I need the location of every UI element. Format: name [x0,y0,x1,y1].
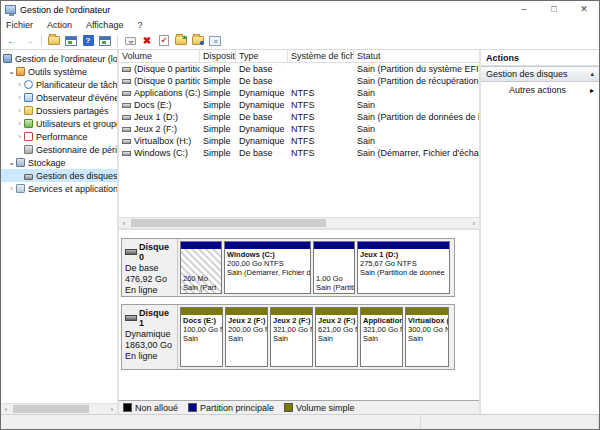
volume-applications-g[interactable]: Applications 321,00 Go N' Sain [360,307,403,367]
scroll-left-icon[interactable]: ‹ [1,406,11,413]
chevron-right-icon[interactable]: › [15,106,24,115]
legend-simple-volume: Volume simple [284,403,355,413]
tree-item-task-scheduler[interactable]: › Planificateur de tâches [1,78,117,91]
check-properties-icon[interactable]: ✔ [157,34,171,47]
scrollbar-thumb[interactable] [13,405,89,413]
partition-windows-c[interactable]: Windows (C:) 200,00 Go NTFS Sain (Démarr… [224,241,311,294]
chevron-down-icon[interactable]: ⌄ [7,158,16,167]
volume-icon [122,151,131,156]
menu-action[interactable]: Action [47,20,72,30]
tree-item-shared-folders[interactable]: › Dossiers partagés [1,104,117,117]
disk-management-icon [24,174,33,180]
tree-item-storage[interactable]: ⌄ Stockage [1,156,117,169]
actions-group-disk-management[interactable]: Gestion des disques ▴ [481,66,599,82]
tree-item-performance[interactable]: › Performance [1,130,117,143]
volume-icon [122,79,131,84]
volume-row[interactable]: Applications (G:) Simple Dynamique NTFS … [119,87,479,99]
help-icon[interactable]: ? [81,34,95,47]
disk-0-label[interactable]: Disque 0 De base 476,92 Go En ligne [122,239,178,296]
tree-item-device-manager[interactable]: Gestionnaire de périphériques [1,143,117,156]
volume-table-header: Volume Disposition Type Système de fichi… [119,50,479,63]
maximize-button[interactable]: □ [539,1,569,18]
partition-jeux1-d[interactable]: Jeux 1 (D:) 275,67 Go NTFS Sain (Partiti… [357,241,450,294]
tooltip-icon[interactable] [123,34,137,47]
scrollbar-track[interactable] [129,218,469,228]
show-window-icon[interactable] [98,34,112,47]
chevron-right-icon[interactable]: › [15,80,24,89]
device-manager-icon [24,145,33,154]
tree-item-disk-management[interactable]: Gestion des disques [1,169,117,182]
volume-row[interactable]: Virtualbox (H:) Simple Dynamique NTFS Sa… [119,135,479,147]
tree-item-event-viewer[interactable]: › Observateur d'événements [1,91,117,104]
scroll-right-icon[interactable]: › [107,406,117,413]
tree-item-local-users-groups[interactable]: › Utilisateurs et groupes locaux [1,117,117,130]
volume-jeux2-f-1[interactable]: Jeux 2 (F:) 200,00 Go N Sain [225,307,268,367]
disk-1-partitions: Docs (E:) 100,00 Go N Sain Jeux 2 (F:) 2… [178,305,454,369]
volume-row[interactable]: (Disque 0 partition 4) Simple De base Sa… [119,75,479,87]
volume-jeux2-f-3[interactable]: Jeux 2 (F:) 621,00 Go NT Sain [315,307,358,367]
volume-row[interactable]: Windows (C:) Simple De base NTFS Sain (D… [119,147,479,159]
title-bar: Gestion de l'ordinateur – □ ✕ [1,1,599,18]
console-tree-pane: Gestion de l'ordinateur (local) ⌄ Outils… [1,50,119,414]
console-window-icon[interactable] [64,34,78,47]
scroll-left-icon[interactable]: ‹ [119,220,129,227]
forward-icon[interactable]: → [22,34,36,47]
folder-search-icon[interactable] [191,34,205,47]
partition-color-bar [271,308,312,315]
disk-icon [125,249,137,255]
menu-help[interactable]: ? [137,20,142,30]
volume-row[interactable]: Jeux 2 (F:) Simple Dynamique NTFS Sain [119,123,479,135]
collapse-caret-icon[interactable]: ▴ [590,70,594,78]
volume-icon [122,115,131,120]
partition-color-bar [181,242,221,249]
column-header-volume[interactable]: Volume [119,50,200,62]
volume-row[interactable]: (Disque 0 partition 1) Simple De base Sa… [119,63,479,75]
menu-affichage[interactable]: Affichage [86,20,123,30]
status-bar [1,414,599,429]
scrollbar-thumb[interactable] [131,219,326,227]
scrollbar-track[interactable] [11,404,107,414]
column-header-filesystem[interactable]: Système de fichiers [288,50,354,62]
chevron-down-icon[interactable]: ⌄ [7,67,16,76]
partition-efi[interactable]: 260 Mo Sain (Part [180,241,222,294]
chevron-right-icon[interactable]: › [15,93,24,102]
column-header-type[interactable]: Type [236,50,288,62]
volume-row[interactable]: Jeux 1 (D:) Simple De base NTFS Sain (Pa… [119,111,479,123]
column-header-status[interactable]: Statut [354,50,479,62]
volume-virtualbox-h[interactable]: Virtualbox ( 300,00 Go NT Sain [405,307,449,367]
column-header-disposition[interactable]: Disposition [200,50,236,62]
back-icon[interactable]: ← [5,34,19,47]
toolbar: ← → ? ✖ ✔ ▲ ≡ [1,32,599,50]
folder-up-icon[interactable]: ▲ [174,34,188,47]
tree-item-computer-management[interactable]: Gestion de l'ordinateur (local) [1,52,117,65]
export-list-icon[interactable] [47,34,61,47]
menu-fichier[interactable]: Fichier [6,20,33,30]
partition-recovery[interactable]: 1,00 Go Sain (Partitio [313,241,355,294]
partition-legend: Non alloué Partition principale Volume s… [119,400,479,414]
minimize-button[interactable]: – [509,1,539,18]
shared-folders-icon [24,106,33,115]
actions-item-autres-actions[interactable]: Autres actions ▸ [481,82,599,98]
actions-pane: Actions Gestion des disques ▴ Autres act… [479,50,599,414]
menu-bar: Fichier Action Affichage ? [1,18,599,32]
properties-icon[interactable]: ≡ [208,34,222,47]
console-tree: Gestion de l'ordinateur (local) ⌄ Outils… [1,50,117,403]
chevron-right-icon[interactable]: › [7,184,16,193]
chevron-right-icon[interactable]: › [15,119,24,128]
tree-horizontal-scrollbar[interactable]: ‹ › [1,403,117,414]
volume-list-area: Volume Disposition Type Système de fichi… [119,50,479,230]
disk-graphical-view: Disque 0 De base 476,92 Go En ligne 260 … [119,230,479,400]
volume-row[interactable]: Docs (E:) Simple Dynamique NTFS Sain [119,99,479,111]
primary-partition-swatch-icon [188,403,197,412]
delete-icon[interactable]: ✖ [140,34,154,47]
close-button[interactable]: ✕ [569,1,599,18]
volume-list-horizontal-scrollbar[interactable]: ‹ › [119,217,479,228]
volume-docs-e[interactable]: Docs (E:) 100,00 Go N Sain [180,307,223,367]
tree-item-services-applications[interactable]: › Services et applications [1,182,117,195]
chevron-right-icon[interactable]: › [15,132,24,141]
disk-1-label[interactable]: Disque 1 Dynamique 1863,00 Go En ligne [122,305,178,369]
disk-0-partitions: 260 Mo Sain (Part Windows (C:) 200,00 Go… [178,239,454,296]
volume-jeux2-f-2[interactable]: Jeux 2 (F:) 321,00 Go N' Sain [270,307,313,367]
scroll-right-icon[interactable]: › [469,220,479,227]
tree-item-system-tools[interactable]: ⌄ Outils système [1,65,117,78]
